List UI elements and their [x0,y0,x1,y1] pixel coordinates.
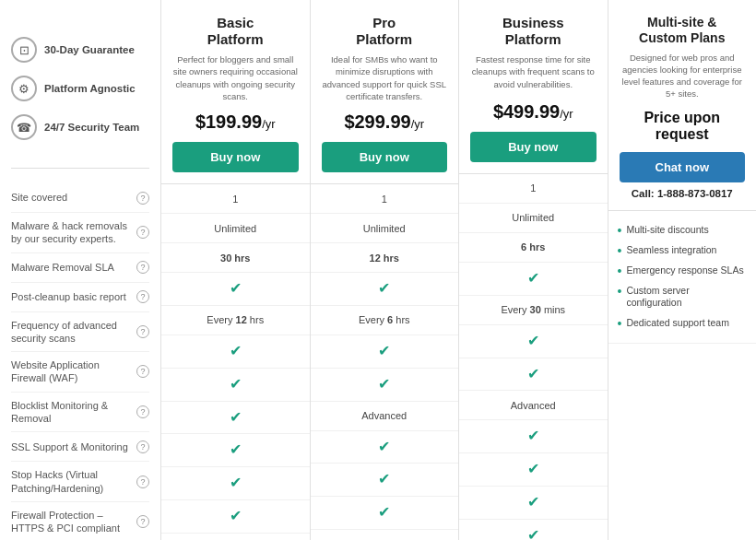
pro-cell-2: 12 hrs [311,243,459,273]
multi-bullets-list: Multi-site discounts Seamless integratio… [618,220,748,334]
guarantee-icon: ⊡ [11,37,37,63]
biz-cell-3: ✔ [459,263,608,296]
pro-cell-11: ✔ [311,530,459,540]
basic-cell-1: Unlimited [161,214,310,243]
question-icon-waf[interactable]: ? [136,365,149,378]
bullet-3: Custom server configuration [618,281,748,313]
multisite-call: Call: 1-888-873-0817 [620,188,746,199]
pro-cell-6: ✔ [311,369,459,402]
basic-cell-2: 30 hrs [161,243,310,273]
multisite-price-text: Price upon request [620,110,746,143]
basic-cell-11: ✔ [161,534,310,540]
feature-post-cleanup: Post-cleanup basic report ? [11,283,149,312]
plan-pro: ProPlatform Ideal for SMBs who want to m… [311,0,460,540]
multisite-header: Multi-site &Custom Plans Designed for we… [608,0,757,211]
biz-cell-9: ✔ [459,453,608,487]
agnostic-label: Platform Agnostic [44,83,136,94]
pro-cell-10: ✔ [311,497,459,530]
agnostic-icon: ⚙ [11,76,37,101]
basic-cell-4: Every 12 hrs [161,306,310,335]
business-header: BusinessPlatform Fastest response time f… [459,0,608,174]
bullet-0: Multi-site discounts [618,220,748,241]
question-icon-cleanup[interactable]: ? [136,290,149,303]
business-desc: Fastest response time for site cleanups … [470,53,597,92]
basic-cell-5: ✔ [161,335,310,369]
pro-cell-1: Unlimited [311,214,459,243]
question-icon-freq[interactable]: ? [136,325,149,338]
question-icon-firewall[interactable]: ? [136,515,149,528]
biz-cell-10: ✔ [459,487,608,520]
pro-header: ProPlatform Ideal for SMBs who want to m… [311,0,459,184]
pro-cell-3: ✔ [311,273,459,306]
pro-cell-0: 1 [311,184,459,214]
pro-body: 1 Unlimited 12 hrs ✔ Every 6 hrs ✔ ✔ Adv… [311,184,459,540]
question-icon-malware[interactable]: ? [136,226,149,239]
biz-cell-7: Advanced [459,391,608,420]
feature-ssl: SSL Support & Monitoring ? [11,432,149,462]
multisite-desc: Designed for web pros and agencies looki… [620,52,746,100]
bullet-4: Dedicated support team [618,313,748,334]
basic-buy-button[interactable]: Buy now [172,142,299,172]
sidebar-badge-security: ☎ 24/7 Security Team [11,114,149,140]
business-buy-button[interactable]: Buy now [470,132,597,162]
biz-cell-5: ✔ [459,325,608,358]
basic-cell-9: ✔ [161,467,310,500]
pro-cell-4: Every 6 hrs [311,306,459,335]
feature-blocklist: Blocklist Monitoring & Removal ? [11,393,149,433]
bullet-1: Seamless integration [618,241,748,261]
feature-firewall: Firewall Protection – HTTPS & PCI compli… [11,502,149,540]
basic-cell-10: ✔ [161,500,310,534]
sidebar: ⊡ 30-Day Guarantee ⚙ Platform Agnostic ☎… [0,0,161,540]
plan-multisite: Multi-site &Custom Plans Designed for we… [608,0,757,540]
basic-title: BasicPlatform [172,15,299,48]
question-icon-sites[interactable]: ? [136,192,149,205]
pro-price: $299.99/yr [322,112,448,133]
feature-waf: Website Application Firewall (WAF) ? [11,352,149,393]
pro-cell-5: ✔ [311,335,459,369]
basic-cell-8: ✔ [161,434,310,467]
guarantee-label: 30-Day Guarantee [44,44,135,55]
feature-malware-sla: Malware Removal SLA ? [11,253,149,283]
security-label: 24/7 Security Team [44,122,139,133]
question-icon-blocklist[interactable]: ? [136,405,149,418]
multisite-chat-button[interactable]: Chat now [620,152,746,182]
question-icon-hacks[interactable]: ? [136,475,149,488]
pro-cell-8: ✔ [311,431,459,464]
feature-malware-hack: Malware & hack removals by our security … [11,213,149,253]
question-icon-ssl[interactable]: ? [136,440,149,453]
multisite-body: Multi-site discounts Seamless integratio… [608,211,757,540]
biz-cell-4: Every 30 mins [459,296,608,325]
divider [11,168,149,169]
plans-area: BasicPlatform Perfect for bloggers and s… [161,0,756,540]
sidebar-badges: ⊡ 30-Day Guarantee ⚙ Platform Agnostic ☎… [11,37,149,153]
business-body: 1 Unlimited 6 hrs ✔ Every 30 mins ✔ ✔ Ad… [459,174,608,540]
basic-cell-3: ✔ [161,273,310,306]
plan-business: BusinessPlatform Fastest response time f… [459,0,608,540]
basic-desc: Perfect for bloggers and small site owne… [172,53,299,102]
multisite-title: Multi-site &Custom Plans [620,15,746,46]
sidebar-badge-guarantee: ⊡ 30-Day Guarantee [11,37,149,63]
feature-list: Site covered ? Malware & hack removals b… [11,183,149,540]
business-title: BusinessPlatform [470,15,597,48]
pro-cell-7: Advanced [311,402,459,431]
basic-header: BasicPlatform Perfect for bloggers and s… [161,0,310,184]
basic-cell-0: 1 [161,184,310,214]
pro-buy-button[interactable]: Buy now [322,142,448,172]
biz-cell-6: ✔ [459,358,608,392]
feature-stop-hacks: Stop Hacks (Virtual Patching/Hardening) … [11,462,149,502]
feature-sites-covered: Site covered ? [11,183,149,213]
question-icon-sla[interactable]: ? [136,261,149,274]
basic-price: $199.99/yr [172,112,299,133]
biz-cell-2: 6 hrs [459,233,608,263]
business-price: $499.99/yr [470,101,597,123]
sidebar-badge-agnostic: ⚙ Platform Agnostic [11,76,149,101]
pro-desc: Ideal for SMBs who want to minimize disr… [322,53,448,102]
pricing-table: ⊡ 30-Day Guarantee ⚙ Platform Agnostic ☎… [0,0,756,540]
multi-bullets-cell: Multi-site discounts Seamless integratio… [608,211,757,344]
basic-cell-6: ✔ [161,369,310,402]
biz-cell-0: 1 [459,174,608,204]
security-icon: ☎ [11,114,37,140]
bullet-2: Emergency response SLAs [618,261,748,281]
basic-cell-7: ✔ [161,402,310,435]
biz-cell-11: ✔ [459,520,608,540]
